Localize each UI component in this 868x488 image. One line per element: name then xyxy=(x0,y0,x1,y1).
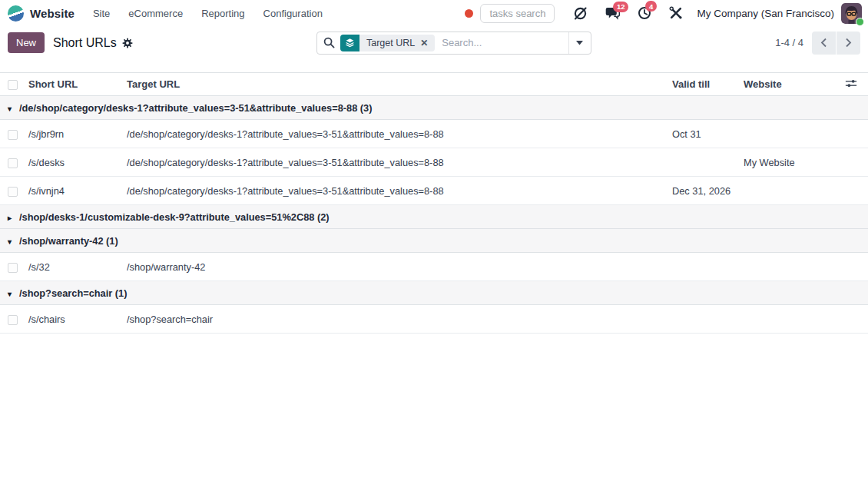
column-header-website[interactable]: Website xyxy=(734,73,841,96)
activities-count-badge: 4 xyxy=(645,1,656,12)
search-input[interactable]: Search... xyxy=(442,37,568,48)
row-checkbox[interactable] xyxy=(8,187,18,197)
search-icon xyxy=(323,37,335,48)
valid-till-cell xyxy=(661,305,734,334)
row-checkbox[interactable] xyxy=(8,315,18,325)
company-name: My Company (San Francisco) xyxy=(697,8,834,19)
activities-icon[interactable]: 4 xyxy=(638,6,651,20)
search-dropdown-toggle[interactable] xyxy=(568,32,591,54)
avatar[interactable] xyxy=(841,3,862,24)
recording-dot-icon xyxy=(465,9,473,18)
website-app-logo-icon xyxy=(8,5,24,22)
row-end-cell xyxy=(841,148,868,177)
row-checkbox[interactable] xyxy=(8,263,18,273)
group-row[interactable]: ▾/shop?search=chair (1) xyxy=(0,281,868,305)
target-url-cell: /de/shop/category/desks-1?attribute_valu… xyxy=(127,148,661,177)
circle-slash-icon[interactable] xyxy=(573,6,588,21)
short-url-cell: /s/32 xyxy=(22,253,127,281)
optional-columns-icon[interactable] xyxy=(845,78,860,88)
group-label: /shop?search=chair (1) xyxy=(19,287,127,299)
group-label: /shop/desks-1/customizable-desk-9?attrib… xyxy=(19,211,330,223)
pager-next-button[interactable] xyxy=(837,32,860,55)
top-navbar: Website Site eCommerce Reporting Configu… xyxy=(0,0,868,25)
short-url-cell: /s/chairs xyxy=(22,305,127,334)
row-end-cell xyxy=(841,253,868,281)
target-url-cell: /shop?search=chair xyxy=(127,305,661,334)
valid-till-cell: Dec 31, 2026 xyxy=(661,177,734,205)
website-cell: My Website xyxy=(734,148,841,177)
column-header-target-url[interactable]: Target URL xyxy=(127,73,661,96)
menu-reporting[interactable]: Reporting xyxy=(201,8,244,19)
facet-label: Target URL xyxy=(359,35,420,51)
table-row[interactable]: /s/32/shop/warranty-42 xyxy=(0,253,868,281)
target-url-cell: /de/shop/category/desks-1?attribute_valu… xyxy=(127,120,661,148)
select-all-checkbox[interactable] xyxy=(8,80,18,90)
short-url-cell: /s/ivnjn4 xyxy=(22,177,127,205)
caret-right-icon[interactable]: ▸ xyxy=(8,214,19,222)
short-urls-list: Short URL Target URL Valid till Website … xyxy=(0,72,868,334)
tasks-search-box[interactable]: tasks search xyxy=(480,4,555,23)
row-end-cell xyxy=(841,305,868,334)
facet-remove-icon[interactable]: ✕ xyxy=(420,35,435,51)
control-panel: New Short URLs Target URL xyxy=(0,25,868,61)
short-url-cell: /s/desks xyxy=(22,148,127,177)
menu-ecommerce[interactable]: eCommerce xyxy=(128,8,183,19)
group-by-icon xyxy=(340,35,359,51)
target-url-cell: /de/shop/category/desks-1?attribute_valu… xyxy=(127,177,661,205)
new-button[interactable]: New xyxy=(8,32,45,53)
group-row[interactable]: ▾/shop/warranty-42 (1) xyxy=(0,229,868,253)
groupby-facet: Target URL ✕ xyxy=(340,35,435,51)
website-cell xyxy=(734,177,841,205)
row-end-cell xyxy=(841,120,868,148)
valid-till-cell xyxy=(661,253,734,281)
list-header-row: Short URL Target URL Valid till Website xyxy=(0,73,868,96)
caret-down-icon[interactable]: ▾ xyxy=(8,290,19,298)
app-switcher[interactable]: Website xyxy=(8,5,75,22)
row-checkbox[interactable] xyxy=(8,158,18,168)
search-bar[interactable]: Target URL ✕ Search... xyxy=(316,32,591,55)
menu-configuration[interactable]: Configuration xyxy=(263,8,323,19)
online-status-dot xyxy=(856,18,864,26)
table-row[interactable]: /s/ivnjn4/de/shop/category/desks-1?attri… xyxy=(0,177,868,205)
website-cell xyxy=(734,120,841,148)
pager-value: 1-4 / 4 xyxy=(775,37,803,48)
debug-tools-icon[interactable] xyxy=(669,6,683,20)
valid-till-cell xyxy=(661,148,734,177)
page-title: Short URLs xyxy=(53,36,117,50)
messages-icon[interactable]: 12 xyxy=(605,7,620,20)
group-label: /shop/warranty-42 (1) xyxy=(19,235,118,247)
messages-count-badge: 12 xyxy=(613,2,628,12)
row-checkbox[interactable] xyxy=(8,130,18,140)
caret-down-icon[interactable]: ▾ xyxy=(8,105,19,113)
row-end-cell xyxy=(841,177,868,205)
website-cell xyxy=(734,253,841,281)
valid-till-cell: Oct 31 xyxy=(661,120,734,148)
user-menu[interactable]: My Company (San Francisco) xyxy=(697,3,862,24)
website-cell xyxy=(734,305,841,334)
group-row[interactable]: ▸/shop/desks-1/customizable-desk-9?attri… xyxy=(0,205,868,229)
target-url-cell: /shop/warranty-42 xyxy=(127,253,661,281)
table-row[interactable]: /s/desks/de/shop/category/desks-1?attrib… xyxy=(0,148,868,177)
short-url-cell: /s/jbr9rn xyxy=(22,120,127,148)
pager-previous-button[interactable] xyxy=(812,32,836,55)
table-row[interactable]: /s/jbr9rn/de/shop/category/desks-1?attri… xyxy=(0,120,868,148)
caret-down-icon[interactable]: ▾ xyxy=(8,237,19,246)
table-row[interactable]: /s/chairs/shop?search=chair xyxy=(0,305,868,334)
gear-icon[interactable] xyxy=(122,38,133,48)
menu-site[interactable]: Site xyxy=(93,8,110,19)
column-header-valid-till[interactable]: Valid till xyxy=(661,73,734,96)
app-name: Website xyxy=(30,7,75,20)
column-header-short-url[interactable]: Short URL xyxy=(22,73,127,96)
group-row[interactable]: ▾/de/shop/category/desks-1?attribute_val… xyxy=(0,96,868,120)
group-label: /de/shop/category/desks-1?attribute_valu… xyxy=(19,102,372,114)
